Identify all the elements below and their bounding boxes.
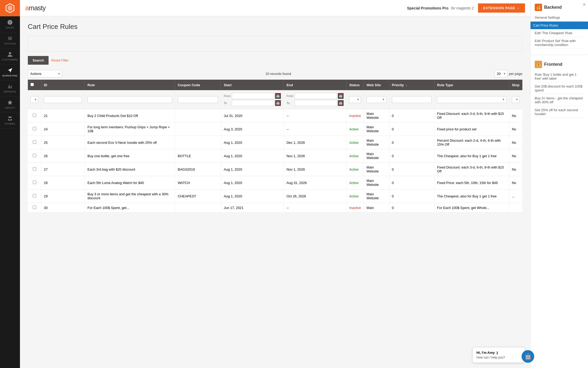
extension-page-button[interactable]: EXTENSION PAGE → xyxy=(478,3,525,13)
col-priority[interactable]: Priority ↓ xyxy=(389,80,434,90)
row-checkbox[interactable] xyxy=(33,127,36,130)
filter-start-from-input[interactable] xyxy=(232,93,274,99)
magento-logo-icon xyxy=(5,3,15,13)
filter-priority-input[interactable] xyxy=(392,96,432,103)
row-checkbox[interactable] xyxy=(33,194,36,197)
chat-widget: Hi, I'm Amy :) How can I help you? xyxy=(472,347,525,363)
row-start: Jun 17, 2021 xyxy=(221,203,284,213)
sidebar-item-stores[interactable]: STORES xyxy=(0,113,20,129)
row-checkbox[interactable] xyxy=(33,140,36,144)
filter-start-to-input[interactable] xyxy=(232,100,274,106)
backend-link-general-settings[interactable]: General Settings xyxy=(535,14,584,22)
panel-close-button[interactable]: ✕ xyxy=(582,2,586,7)
actions-select[interactable]: Actions xyxy=(28,70,62,78)
row-priority: 0 xyxy=(389,109,434,122)
backend-header: 💰 Backend xyxy=(535,4,584,11)
row-priority: 0 xyxy=(389,190,434,203)
filter-website-select[interactable] xyxy=(366,96,386,103)
frontend-link-buy3items[interactable]: Buy 3+ items - get the cheapest with 30%… xyxy=(535,94,584,106)
row-rule: Buy 2 Child Products Get $10 Off xyxy=(85,109,175,122)
row-coupon xyxy=(175,203,221,213)
row-checkbox-cell xyxy=(28,190,41,203)
search-button[interactable]: Search xyxy=(28,56,49,65)
per-page-select-wrapper[interactable]: 20 ▼ xyxy=(495,70,507,78)
row-end: Nov 1, 2026 xyxy=(284,163,346,176)
start-to-calendar-button[interactable]: 📅 xyxy=(275,100,281,106)
filter-end-from-input[interactable] xyxy=(295,93,337,99)
promo-sub: for magento 2 xyxy=(451,6,474,10)
filter-rule-input[interactable] xyxy=(87,96,172,103)
filter-end-to-row: To 📅 xyxy=(286,100,344,106)
backend-link-cart-price-rules[interactable]: Cart Price Rules xyxy=(531,22,588,29)
filter-coupon-input[interactable] xyxy=(178,96,218,103)
table-row: 21 Buy 2 Child Products Get $10 Off Jul … xyxy=(28,109,522,122)
row-checkbox[interactable] xyxy=(33,206,36,209)
frontend-link-get20[interactable]: Get 20$ discount for each 100$ spent! xyxy=(535,83,584,94)
row-website: Main Website xyxy=(364,176,389,190)
chat-avatar-button[interactable]: 🤖 xyxy=(522,350,534,363)
end-to-calendar-button[interactable]: 📅 xyxy=(338,100,344,106)
row-start: Aug 1, 2020 xyxy=(221,136,284,149)
filter-stop-select[interactable] xyxy=(512,96,520,103)
sidebar-item-amasty[interactable]: AMASTY xyxy=(0,96,20,113)
row-checkbox[interactable] xyxy=(33,167,36,171)
actions-wrapper: Actions ▼ xyxy=(28,70,62,78)
grid-toolbar: Actions ▼ 10 records found 20 ▼ per page xyxy=(28,68,522,80)
filter-status-select[interactable] xyxy=(349,96,361,103)
row-checkbox-cell xyxy=(28,136,41,149)
sidebar-item-customers-label: CUSTOMERS xyxy=(2,58,18,61)
catalog-icon xyxy=(7,35,13,41)
row-status: Active xyxy=(346,136,364,149)
end-from-calendar-button[interactable]: 📅 xyxy=(338,93,344,99)
filter-coupon-cell xyxy=(175,90,221,109)
row-checkbox-cell xyxy=(28,176,41,190)
row-end: Aug 31, 2026 xyxy=(284,176,346,190)
row-checkbox[interactable] xyxy=(33,154,36,157)
table-row: 24 For long term members: Pushup Grips +… xyxy=(28,122,522,136)
backend-link-edit-cheapest[interactable]: Edit 'The Cheapest' Rule xyxy=(535,29,584,37)
row-start: Aug 3, 2020 xyxy=(221,122,284,136)
chat-name: Hi, I'm Amy :) xyxy=(476,351,521,355)
filter-end-to-input[interactable] xyxy=(295,100,337,106)
sidebar-item-marketing[interactable]: MARKETING xyxy=(0,64,20,80)
filter-rule-cell xyxy=(85,90,175,109)
sidebar-item-catalog[interactable]: CATALOG xyxy=(0,32,20,48)
sidebar-item-sales[interactable]: SALES xyxy=(0,16,20,32)
col-checkbox[interactable] xyxy=(28,80,41,90)
row-coupon xyxy=(175,136,221,149)
row-rule: Buy 3 or more items and get the cheapest… xyxy=(85,190,175,203)
row-end: -- xyxy=(284,122,346,136)
sidebar-item-reports[interactable]: REPORTS xyxy=(0,80,20,96)
per-page-select[interactable]: 20 xyxy=(495,70,507,78)
row-id: 25 xyxy=(41,136,85,149)
row-priority: 0 xyxy=(389,149,434,163)
reset-filter-button[interactable]: Reset Filter xyxy=(51,58,69,62)
filter-any-select[interactable]: Any xyxy=(30,96,38,103)
col-rule: Rule xyxy=(85,80,175,90)
sidebar-item-customers[interactable]: CUSTOMERS xyxy=(0,48,20,64)
col-start: Start xyxy=(221,80,284,90)
marketing-icon xyxy=(7,68,13,73)
row-start: Aug 1, 2020 xyxy=(221,149,284,163)
filter-id-input[interactable] xyxy=(44,96,82,103)
row-stop xyxy=(509,203,522,213)
frontend-link-buy1bottle[interactable]: Rule 'Buy 1 bottle and get 1 free' with … xyxy=(535,71,584,83)
start-from-calendar-button[interactable]: 📅 xyxy=(275,93,281,99)
select-all-checkbox[interactable] xyxy=(30,83,34,86)
row-checkbox[interactable] xyxy=(33,114,36,117)
filter-start-cell: From 📅 To 📅 xyxy=(221,90,284,109)
table-row: 28 Each 5th Luma Analog Watch for $40 WA… xyxy=(28,176,522,190)
frontend-link-get25[interactable]: Get 25% off for each second hoodie! xyxy=(535,106,584,118)
filter-start-from-row: From 📅 xyxy=(224,93,281,99)
filter-ruletype-select[interactable] xyxy=(437,96,506,103)
backend-link-edit-product-set[interactable]: Edit 'Product Set' Rule with membership … xyxy=(535,37,584,49)
col-status: Status xyxy=(346,80,364,90)
filter-end-from-row: From 📅 xyxy=(286,93,344,99)
row-website: Main xyxy=(364,203,389,213)
row-coupon: CHEAPEST xyxy=(175,190,221,203)
row-coupon xyxy=(175,109,221,122)
actions-select-wrapper[interactable]: Actions ▼ xyxy=(28,70,62,78)
frontend-header: 💰 Frontend xyxy=(535,61,584,68)
row-checkbox[interactable] xyxy=(33,181,36,184)
row-status: Inactive xyxy=(346,109,364,122)
